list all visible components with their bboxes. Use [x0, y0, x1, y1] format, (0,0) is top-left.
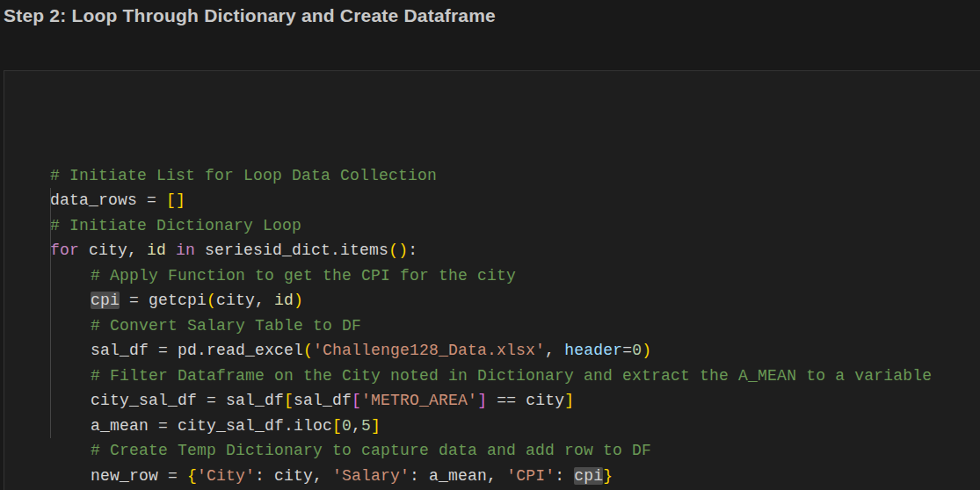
code-token-plain: = getcpi [120, 292, 207, 309]
code-lines: # Initiate List for Loop Data Collection… [50, 163, 980, 490]
code-token-comment: # Filter Dataframe on the City noted in … [91, 367, 932, 385]
code-token-plain: data_rows = [50, 191, 166, 209]
code-token-b1: () [388, 241, 408, 259]
code-token-plain: new_row = [91, 467, 187, 485]
code-token-str: 'CPI' [506, 467, 555, 485]
code-token-plain: sal_df = pd.read_excel [91, 342, 303, 359]
code-token-comment: # Apply Function to get the CPI for the … [91, 267, 516, 285]
code-token-comment: # Convert Salary Table to DF [91, 317, 361, 335]
code-token-plain: city, [216, 292, 274, 309]
code-token-num: 0 [342, 417, 352, 435]
code-token-str: 'Challenge128_Data.xlsx' [313, 342, 545, 359]
code-token-comment: # Initiate List for Loop Data Collection [50, 167, 437, 184]
notebook-code-cell[interactable]: # Initiate List for Loop Data Collection… [4, 70, 980, 490]
code-token-b1: ( [303, 342, 313, 359]
code-line[interactable]: sal_df = pd.read_excel('Challenge128_Dat… [50, 338, 980, 364]
code-token-plain: sal_df [294, 392, 352, 409]
code-token-plain: city_sal_df = sal_df [91, 392, 284, 409]
code-token-builtin: id [274, 292, 294, 309]
code-line[interactable]: a_mean = city_sal_df.iloc[0,5] [50, 414, 980, 439]
code-token-comment: # Create Temp Dictionary to capture data… [91, 442, 651, 459]
code-line[interactable]: for city, id in seriesid_dict.items(): [50, 238, 980, 263]
code-token-plain: , [545, 342, 564, 359]
markdown-step-heading: Step 2: Loop Through Dictionary and Crea… [0, 0, 980, 26]
code-token-b2: ] [477, 392, 487, 409]
code-line[interactable]: # Apply Function to get the CPI for the … [50, 263, 980, 289]
code-token-str: 'Salary' [332, 467, 410, 485]
code-token-b1: ) [294, 292, 303, 309]
code-token-plain: : [408, 241, 417, 259]
code-token-str: 'METRO_AREA' [361, 392, 477, 409]
code-line[interactable]: # Create Temp Dictionary to capture data… [50, 438, 980, 464]
code-editor[interactable]: # Initiate List for Loop Data Collection… [4, 71, 980, 490]
code-token-plain: : a_mean, [410, 467, 506, 485]
code-token-b1: [] [166, 191, 185, 209]
code-line[interactable]: city_sal_df = sal_df[sal_df['METRO_AREA'… [50, 388, 980, 414]
code-token-b1: { [187, 467, 197, 485]
code-token-b1: ] [564, 392, 574, 409]
code-token-str: 'City' [197, 467, 255, 485]
code-token-kw: for [50, 241, 79, 259]
code-line[interactable]: # Filter Dataframe on the City noted in … [50, 364, 980, 389]
code-token-b1: ( [207, 292, 216, 309]
code-line[interactable]: # Initiate Dictionary Loop [50, 213, 980, 239]
code-token-num: 5 [361, 417, 371, 435]
code-token-b1: } [603, 467, 613, 485]
code-token-hl: cpi [91, 292, 120, 309]
code-token-plain: a_mean = city_sal_df.iloc [91, 417, 332, 435]
code-token-kw: in [176, 241, 195, 259]
code-line[interactable]: cpi = getcpi(city, id) [50, 288, 980, 313]
code-line[interactable]: new_row = {'City': city, 'Salary': a_mea… [50, 464, 980, 489]
code-token-b1: [ [332, 417, 342, 435]
code-token-plain [166, 241, 176, 259]
code-token-plain: , [352, 417, 361, 435]
code-token-b1: ] [371, 417, 381, 435]
code-token-hl: cpi [574, 467, 603, 485]
code-line[interactable]: data_rows = [] [50, 188, 980, 213]
code-token-builtin: id [147, 241, 166, 259]
code-token-plain: : city, [255, 467, 332, 485]
code-token-plain: city, [79, 241, 147, 259]
code-token-b1: [ [284, 392, 294, 409]
indent-guide [50, 188, 51, 438]
code-line[interactable]: # Initiate List for Loop Data Collection [50, 163, 980, 189]
code-token-plain: seriesid_dict.items [195, 241, 388, 259]
code-token-num: 0 [632, 342, 642, 359]
code-token-plain: : [555, 467, 574, 485]
code-token-plain: = [622, 342, 632, 359]
code-token-kwarg: header [564, 342, 622, 359]
code-line[interactable]: # Convert Salary Table to DF [50, 313, 980, 339]
code-token-comment: # Initiate Dictionary Loop [50, 217, 301, 234]
code-token-plain: == city [487, 392, 564, 409]
code-token-b2: [ [352, 392, 361, 409]
code-token-b1: ) [642, 342, 651, 359]
